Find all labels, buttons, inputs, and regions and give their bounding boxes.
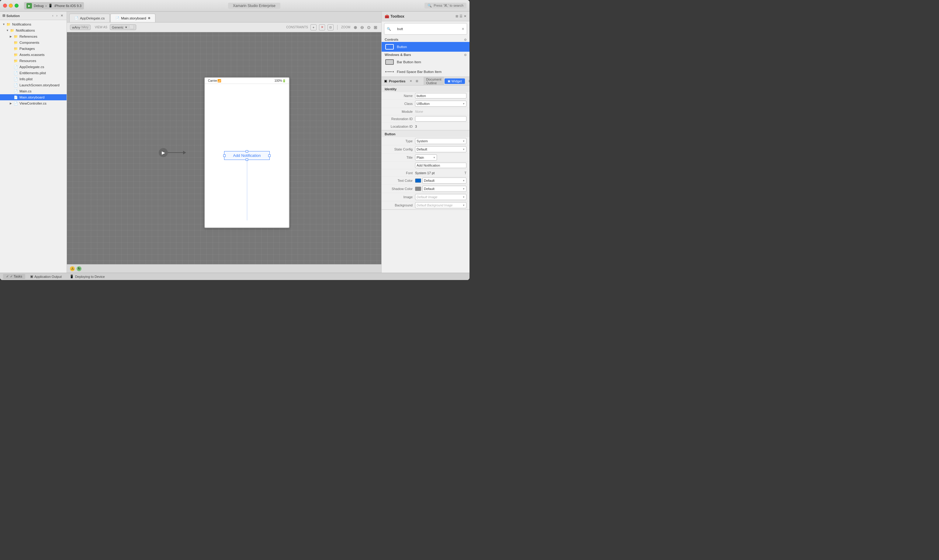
- sidebar-nav-prev[interactable]: ‹: [51, 13, 54, 18]
- image-select[interactable]: Default Image ▼: [415, 194, 466, 200]
- text-color-box[interactable]: [415, 178, 421, 183]
- app-output-tab[interactable]: ▣ Application Output: [27, 274, 65, 279]
- chevron-down-icon: ▼: [462, 103, 465, 105]
- windows-bars-collapse-icon[interactable]: ⊙: [464, 53, 466, 57]
- tab-appdelegate[interactable]: 📄 AppDelegate.cs: [69, 14, 110, 22]
- sidebar-item-resources[interactable]: ▶ 📁 Resources: [0, 58, 66, 64]
- play-button[interactable]: ▶: [26, 3, 32, 9]
- state-config-select[interactable]: Default ▼: [415, 146, 466, 152]
- add-notification-button[interactable]: Add Notification: [224, 151, 270, 160]
- sidebar-close[interactable]: ✕: [60, 13, 64, 18]
- chevron-down-icon: ▼: [462, 196, 465, 198]
- button-header: Button: [382, 131, 469, 137]
- sidebar-item-notifications-root[interactable]: ▼ 📁 Notifications: [0, 21, 66, 28]
- shadow-color-box[interactable]: [415, 187, 421, 191]
- toolbox-item-fixed-space[interactable]: Fixed Space Bar Button Item: [382, 67, 469, 77]
- titlebar-search[interactable]: 🔍 Press '⌘,' to search: [425, 3, 466, 9]
- sidebar-item-viewcontroller[interactable]: ▶ 📄 ViewController.cs: [0, 100, 66, 106]
- search-placeholder: Press '⌘,' to search: [434, 4, 463, 8]
- shadow-color-select[interactable]: Default ▼: [422, 186, 466, 192]
- class-select[interactable]: UIButton ▼: [415, 101, 466, 107]
- doc-outline-label[interactable]: Document Outline: [423, 77, 444, 86]
- tab-mainstoryboard[interactable]: 📄 Main.storyboard: [110, 14, 155, 22]
- title-value: Plain: [417, 155, 424, 159]
- toolbox-list-btn[interactable]: ☰: [459, 14, 462, 18]
- zoom-out-btn[interactable]: ⊖: [359, 25, 365, 30]
- resize-handle-right[interactable]: [268, 154, 271, 157]
- font-edit-icon[interactable]: T: [464, 171, 466, 175]
- restoration-id-input[interactable]: [415, 116, 466, 122]
- size-class-group[interactable]: wAny hAny: [70, 25, 91, 30]
- sidebar-item-references[interactable]: ▶ 📁 References: [0, 34, 66, 40]
- zoom-fit-btn[interactable]: ⊙: [366, 25, 372, 30]
- sidebar-item-assets[interactable]: ▶ 📁 Assets.xcassets: [0, 52, 66, 58]
- title-text-input[interactable]: [415, 163, 466, 168]
- prop-row-text-color: Text Color Default ▼: [382, 177, 469, 185]
- deploying-tab[interactable]: 📱 Deploying to Device: [66, 274, 108, 279]
- title-select[interactable]: Plain ▼: [415, 154, 437, 160]
- sidebar-item-appdelegate[interactable]: ▶ 📄 AppDelegate.cs: [0, 64, 66, 70]
- zoom-in-btn[interactable]: ⊕: [353, 25, 358, 30]
- controls-collapse-icon[interactable]: ⊙: [464, 38, 466, 42]
- sidebar-item-entitlements[interactable]: ▶ 📄 Entitlements.plist: [0, 70, 66, 76]
- iphone-content[interactable]: Add Notification: [205, 84, 289, 228]
- refresh-icon[interactable]: ↻: [77, 266, 82, 271]
- folder-icon: 📁: [13, 34, 18, 39]
- resize-handle-top[interactable]: [246, 150, 248, 152]
- toolbox-grid-btn[interactable]: ⊞: [456, 14, 458, 18]
- sidebar-item-maincs[interactable]: ▶ 📄 Main.cs: [0, 88, 66, 94]
- minimize-button[interactable]: [9, 4, 13, 8]
- folder-icon: 📁: [10, 28, 15, 33]
- sidebar-nav-next[interactable]: ›: [55, 13, 58, 18]
- prop-row-shadow-color: Shadow Color Default ▼: [382, 185, 469, 193]
- toolbox-label-button: Button: [397, 45, 407, 49]
- image-value: Default Image: [417, 195, 437, 199]
- generic-group[interactable]: Generic ▼ ⬜: [110, 24, 136, 30]
- widget-icon: ▣: [448, 79, 450, 83]
- toolbox-item-button[interactable]: Button: [382, 42, 469, 52]
- tab-icon-cs: 📄: [74, 17, 78, 20]
- localization-id-label: Localization ID: [385, 125, 415, 128]
- prop-close-btn-1[interactable]: ✕: [408, 79, 413, 83]
- maximize-button[interactable]: [15, 4, 18, 8]
- text-color-select[interactable]: Default ▼: [422, 177, 466, 184]
- identity-section: Identity Name Class UIButton ▼: [382, 85, 469, 131]
- toolbox-search[interactable]: 🔍 ✕: [384, 23, 467, 35]
- canvas-area[interactable]: ▶ Carrier 📶 100% 🔋: [67, 32, 381, 273]
- toolbox-search-input[interactable]: [395, 26, 458, 32]
- constraints-icon-btn[interactable]: ⊡: [328, 24, 334, 31]
- prop-row-font: Font System 17 pt T: [382, 169, 469, 177]
- resize-handle-left[interactable]: [223, 154, 226, 157]
- carrier-label: Carrier: [208, 79, 217, 82]
- canvas-status: ⚠ ↻: [67, 264, 381, 273]
- tasks-tab[interactable]: ✓ ✓ Tasks: [3, 274, 25, 279]
- background-select[interactable]: Default Background Image ▼: [415, 202, 466, 208]
- search-clear-icon[interactable]: ✕: [462, 27, 464, 31]
- sidebar-item-launchscreen[interactable]: ▶ 📄 LaunchScreen.storyboard: [0, 82, 66, 88]
- prop-row-module: Module None: [382, 108, 469, 115]
- debug-toolbar: ▶ Debug › 📱 iPhone 6s iOS 9.3: [24, 2, 84, 9]
- identity-header: Identity: [382, 85, 469, 92]
- chevron-down-icon: ▼: [462, 148, 465, 151]
- sidebar-item-notifications[interactable]: ▼ 📁 Notifications: [0, 28, 66, 34]
- tab-layout[interactable]: ⊞ Layout: [466, 78, 469, 84]
- sidebar-item-packages[interactable]: ▶ 📁 Packages: [0, 46, 66, 52]
- toolbox-label-fixed-space: Fixed Space Bar Button Item: [397, 70, 442, 74]
- close-button[interactable]: [3, 4, 7, 8]
- sidebar-item-infoplist[interactable]: ▶ 📄 Info.plist: [0, 76, 66, 82]
- constraints-remove-btn[interactable]: ✕: [319, 24, 325, 31]
- app-output-label: Application Output: [34, 275, 62, 278]
- prop-row-title-text: [382, 162, 469, 169]
- tab-widget[interactable]: ▣ Widget: [445, 78, 465, 84]
- sidebar-header: ⊟ Solution ‹ › ✕: [0, 12, 66, 20]
- toolbox-close-btn[interactable]: ✕: [464, 14, 466, 18]
- toolbox-item-bar-button[interactable]: Bar Button Item: [382, 57, 469, 67]
- constraints-add-btn[interactable]: +: [311, 24, 317, 31]
- name-input[interactable]: [415, 93, 466, 98]
- zoom-actual-btn[interactable]: ⊞: [373, 25, 378, 30]
- sidebar-item-mainstoryboard[interactable]: ▶ 📄 Main.storyboard: [0, 94, 66, 100]
- prop-close-btn-2[interactable]: ⊞: [414, 79, 419, 83]
- sidebar-item-components[interactable]: ▶ 📁 Components: [0, 40, 66, 46]
- type-select[interactable]: System ▼: [415, 138, 466, 144]
- sidebar-label-maincs: Main.cs: [20, 89, 32, 93]
